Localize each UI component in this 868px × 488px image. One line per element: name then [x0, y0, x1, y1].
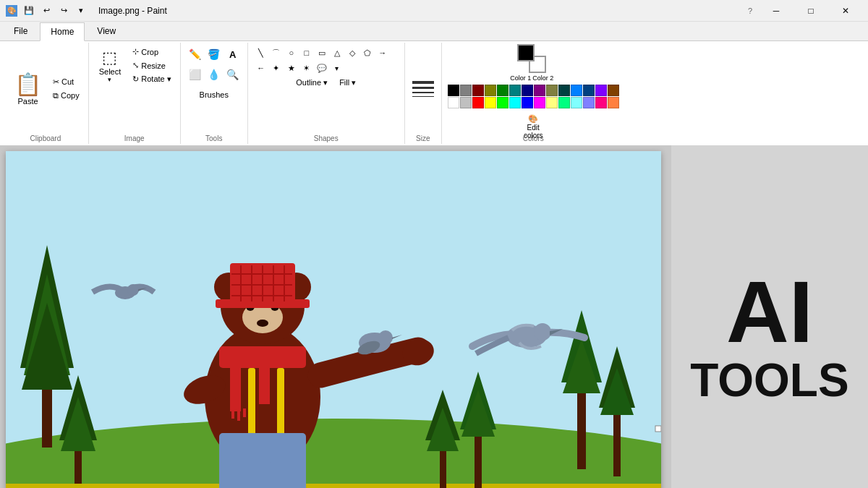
size-button[interactable] [411, 80, 435, 98]
color-swatch[interactable] [522, 85, 533, 96]
color-swatch[interactable] [546, 85, 558, 96]
color-swatch[interactable] [509, 85, 521, 96]
colors-group: Color 1 Color 2 🎨 Edit colors Colors [442, 43, 625, 144]
svg-rect-52 [268, 462, 306, 488]
color-swatch[interactable] [485, 85, 496, 96]
paste-label: Paste [17, 97, 38, 106]
color-swatch[interactable] [509, 97, 521, 108]
fill-tool-button[interactable]: 🪣 [205, 46, 223, 63]
title-bar: 🎨 💾 ↩ ↪ ▾ Image.png - Paint ? ─ □ ✕ [0, 0, 868, 22]
color-swatch[interactable] [460, 85, 472, 96]
brushes-button[interactable]: Brushes [197, 86, 231, 103]
color-swatch[interactable] [558, 97, 570, 108]
tools-label: Tools [205, 133, 222, 142]
color-swatch[interactable] [460, 97, 472, 108]
tab-file[interactable]: File [3, 22, 38, 40]
svg-rect-47 [243, 408, 246, 417]
colors-label: Colors [523, 133, 544, 142]
svg-rect-46 [237, 410, 240, 421]
color-swatch[interactable] [497, 97, 509, 108]
shape-diamond[interactable]: ◇ [345, 46, 359, 60]
fill-button[interactable]: Fill ▾ [336, 77, 359, 89]
color-swatch[interactable] [472, 97, 484, 108]
clipboard-label: Clipboard [30, 133, 61, 142]
shapes-group: ╲ ⌒ ○ □ ▭ △ ◇ ⬠ → ← ✦ ★ ✶ 💬 ▾ Outline ▾ … [248, 43, 405, 144]
rotate-label: Rotate ▾ [141, 74, 171, 84]
close-button[interactable]: ✕ [829, 0, 862, 22]
redo-button[interactable]: ↪ [56, 4, 71, 18]
color-swatch[interactable] [472, 85, 484, 96]
shape-round-rect[interactable]: ▭ [315, 46, 329, 60]
color-swatch[interactable] [546, 97, 558, 108]
save-quickaccess-button[interactable]: 💾 [22, 4, 36, 18]
pencil-button[interactable]: ✏️ [187, 46, 204, 63]
shape-arrow-right[interactable]: → [375, 46, 390, 60]
quickaccess-dropdown[interactable]: ▾ [74, 4, 88, 18]
crop-button[interactable]: ⊹ Crop [129, 46, 174, 58]
window-controls: ? ─ □ ✕ [748, 0, 862, 22]
shape-star6[interactable]: ✶ [299, 61, 314, 75]
color-swatch[interactable] [485, 97, 496, 108]
shape-star4[interactable]: ✦ [269, 61, 284, 75]
color-swatch[interactable] [583, 97, 595, 108]
color-picker-button[interactable]: 💧 [205, 66, 223, 83]
svg-rect-67 [655, 426, 661, 432]
shape-pentagon[interactable]: ⬠ [360, 46, 375, 60]
text-button[interactable]: A [224, 46, 242, 63]
clipboard-side: ✂ Cut ⧉ Copy [50, 76, 82, 102]
paste-button[interactable]: 📋 Paste [9, 69, 47, 108]
color-swatch[interactable] [608, 97, 619, 108]
canvas-image[interactable] [6, 151, 661, 488]
eraser-button[interactable]: ⬜ [187, 66, 204, 83]
copy-icon: ⧉ [53, 91, 59, 100]
size-label: Size [416, 133, 430, 142]
color1-swatch[interactable] [517, 44, 535, 61]
magnify-button[interactable]: 🔍 [224, 66, 242, 83]
undo-button[interactable]: ↩ [39, 4, 54, 18]
color-swatch[interactable] [595, 97, 607, 108]
shape-oval[interactable]: ○ [284, 46, 299, 60]
svg-rect-45 [231, 410, 234, 419]
cut-button[interactable]: ✂ Cut [50, 76, 82, 88]
canvas-wrapper [6, 151, 661, 488]
shape-curve[interactable]: ⌒ [269, 46, 284, 60]
shape-callout[interactable]: 💬 [315, 61, 329, 75]
color-swatch[interactable] [571, 85, 582, 96]
ai-label: AI [690, 268, 848, 355]
color-swatch[interactable] [571, 97, 582, 108]
tab-home[interactable]: Home [40, 22, 85, 41]
select-button[interactable]: ⬚ Select ▾ [95, 46, 126, 86]
shape-rect[interactable]: □ [299, 46, 314, 60]
quick-access-toolbar: 💾 ↩ ↪ ▾ [22, 4, 88, 18]
copy-button[interactable]: ⧉ Copy [50, 90, 82, 102]
color-swatch[interactable] [534, 97, 545, 108]
color-swatch[interactable] [448, 85, 459, 96]
rotate-button[interactable]: ↻ Rotate ▾ [129, 73, 174, 85]
main-area: AI TOOLS [0, 145, 868, 488]
color-swatch[interactable] [448, 97, 459, 108]
resize-button[interactable]: ⤡ Resize [129, 59, 174, 72]
color-swatch[interactable] [534, 85, 545, 96]
app-icon: 🎨 [6, 5, 17, 17]
color-swatch[interactable] [558, 85, 570, 96]
color-swatch[interactable] [595, 85, 607, 96]
ai-tools-text: AI TOOLS [690, 268, 848, 406]
color-swatch[interactable] [583, 85, 595, 96]
color-swatch[interactable] [522, 97, 533, 108]
shape-star5[interactable]: ★ [284, 61, 299, 75]
color-swatch[interactable] [608, 85, 619, 96]
tab-view[interactable]: View [86, 22, 127, 40]
shape-line[interactable]: ╲ [254, 46, 268, 60]
outline-button[interactable]: Outline ▾ [293, 77, 331, 89]
ribbon-tabs: File Home View [0, 22, 868, 41]
minimize-button[interactable]: ─ [760, 0, 793, 22]
crop-label: Crop [141, 48, 158, 56]
shape-more[interactable]: ▾ [330, 61, 344, 75]
select-icon: ⬚ [102, 48, 117, 67]
canvas-scroll-area[interactable] [0, 145, 671, 488]
shape-triangle[interactable]: △ [330, 46, 344, 60]
maximize-button[interactable]: □ [794, 0, 827, 22]
color-swatch[interactable] [497, 85, 509, 96]
shape-arrow-left[interactable]: ← [254, 61, 268, 75]
svg-rect-44 [259, 368, 270, 404]
